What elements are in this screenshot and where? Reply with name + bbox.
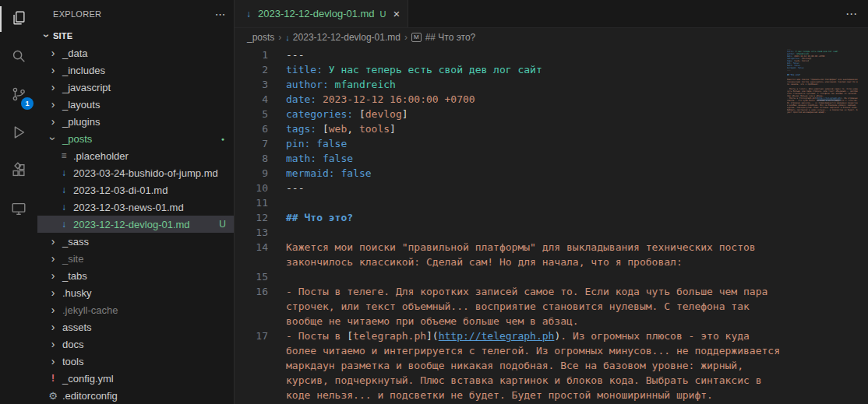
editor-area: ↓ 2023-12-12-devlog-01.md U × ⋯ _posts›↓… (235, 0, 868, 404)
vscode-window: 1 EXPLORER ⋯ › SITE ›_data›_includes›_ja… (0, 0, 868, 404)
file-tree: ›_data›_includes›_javascript›_layouts›_p… (37, 44, 234, 404)
tree-item-label: _javascript (62, 82, 111, 93)
code-line-1[interactable]: 1--- (235, 47, 782, 62)
code-line-2[interactable]: 2title: У нас теперь есть свой дев лог с… (235, 62, 782, 77)
code-line-5[interactable]: 5categories: [devlog] (235, 107, 782, 121)
tree-item-label: .jekyll-cache (62, 304, 118, 316)
tree-file-2023-12-03-di-01.md[interactable]: ↓2023-12-03-di-01.md (37, 181, 234, 198)
line-number: 10 (235, 181, 268, 195)
line-text: - Посты в телеге. Для коротких записей с… (286, 284, 782, 328)
activity-item-source-control[interactable]: 1 (0, 76, 37, 114)
code-line-3[interactable]: 3author: mfandreich (235, 77, 782, 92)
tree-file-2023-12-12-devlog-01.md[interactable]: ↓2023-12-12-devlog-01.mdU (37, 216, 234, 233)
line-number: 9 (235, 166, 268, 181)
tree-folder-_includes[interactable]: ›_includes (37, 61, 234, 79)
line-number: 11 (235, 195, 268, 210)
sidebar-title: EXPLORER (53, 9, 101, 19)
chevron-right-icon: › (47, 235, 59, 248)
tree-folder-.jekyll-cache[interactable]: ›.jekyll-cache (37, 301, 234, 318)
line-number: 1 (235, 47, 268, 62)
chevron-right-icon: › (47, 81, 59, 93)
tree-item-label: _plugins (62, 116, 100, 128)
tree-item-label: 2023-12-12-devlog-01.md (73, 219, 190, 230)
tree-folder-tools[interactable]: ›tools (37, 353, 234, 370)
tree-item-label: _tabs (62, 270, 87, 282)
code-line-8[interactable]: 8math: false (235, 151, 782, 166)
activity-item-explorer[interactable] (0, 0, 37, 38)
markdown-symbol-icon: M (411, 33, 422, 42)
tree-folder-.husky[interactable]: ›.husky (37, 284, 234, 301)
line-text: pin: false (286, 136, 782, 151)
tree-folder-assets[interactable]: ›assets (37, 318, 234, 335)
breadcrumb-item[interactable]: _posts (247, 32, 274, 43)
chevron-right-icon: › (47, 286, 59, 299)
tree-file-.placeholder[interactable]: ≡.placeholder (37, 147, 234, 164)
file-file-icon: ≡ (58, 150, 70, 161)
code-line-15[interactable]: 15 (235, 269, 782, 284)
code-line-11[interactable]: 11 (235, 195, 782, 210)
chevron-right-icon: › (47, 338, 59, 350)
code-line-7[interactable]: 7pin: false (235, 136, 782, 151)
git-changes-dot-icon: ● (221, 136, 234, 142)
tree-item-label: _site (62, 253, 83, 265)
tree-folder-_data[interactable]: ›_data (37, 44, 234, 61)
breadcrumb-separator-icon: › (278, 32, 281, 43)
code-line-16[interactable]: 16- Посты в телеге. Для коротких записей… (235, 284, 782, 328)
breadcrumb-item[interactable]: M## Что это? (411, 32, 475, 43)
line-number: 7 (235, 136, 268, 151)
line-number: 15 (235, 269, 268, 284)
editor-more-actions-icon[interactable]: ⋯ (834, 0, 868, 27)
breadcrumb-separator-icon: › (404, 32, 408, 43)
close-icon[interactable]: × (393, 7, 400, 20)
tree-folder-_plugins[interactable]: ›_plugins (37, 113, 234, 130)
tree-folder-_javascript[interactable]: ›_javascript (37, 79, 234, 96)
line-number: 13 (235, 225, 268, 240)
breadcrumb-item[interactable]: ↓2023-12-12-devlog-01.md (285, 32, 400, 43)
chevron-right-icon: › (47, 304, 59, 316)
tab-label: 2023-12-12-devlog-01.md (258, 8, 375, 19)
tree-item-label: 2023-12-03-di-01.md (73, 184, 168, 196)
code-line-14[interactable]: 14Кажется мои поиски "правильной платфор… (235, 240, 782, 269)
tree-folder-_posts[interactable]: ›_posts● (37, 130, 234, 147)
explorer-more-actions-icon[interactable]: ⋯ (215, 8, 226, 20)
tree-folder-_layouts[interactable]: ›_layouts (37, 96, 234, 113)
code-line-9[interactable]: 9mermaid: false (235, 166, 782, 181)
breadcrumb: _posts›↓2023-12-12-devlog-01.md›M## Что … (235, 28, 868, 47)
line-text (286, 195, 782, 210)
tree-folder-_tabs[interactable]: ›_tabs (37, 267, 234, 284)
code-line-10[interactable]: 10--- (235, 181, 782, 195)
code-line-6[interactable]: 6tags: [web, tools] (235, 121, 782, 136)
activity-item-remote[interactable] (0, 191, 37, 229)
activity-item-extensions[interactable] (0, 153, 37, 191)
minimap-content: ---title: У нас теперь есть свой дев лог… (787, 48, 860, 114)
tree-item-label: .editorconfig (62, 390, 118, 402)
line-text (286, 225, 782, 240)
tree-item-label: _sass (62, 236, 89, 248)
minimap[interactable]: ---title: У нас теперь есть свой дев лог… (787, 48, 860, 235)
editorconfig-file-icon: ⚙ (47, 390, 59, 402)
breadcrumb-label: _posts (247, 32, 274, 43)
code-line-17[interactable]: 17- Посты в [telegraph.ph](http://telegr… (235, 328, 782, 402)
tree-item-label: .placeholder (73, 150, 129, 162)
activity-item-search[interactable] (0, 38, 37, 76)
tree-file-2023-03-24-bushido-of-jump.md[interactable]: ↓2023-03-24-bushido-of-jump.md (37, 164, 234, 181)
tab-devlog-file[interactable]: ↓ 2023-12-12-devlog-01.md U × (235, 0, 408, 27)
section-site[interactable]: › SITE (37, 27, 234, 44)
tree-file-2023-12-03-news-01.md[interactable]: ↓2023-12-03-news-01.md (37, 198, 234, 216)
activity-item-run-debug[interactable] (0, 114, 37, 153)
code-line-12[interactable]: 12## Что это? (235, 210, 782, 225)
tree-file-_config.yml[interactable]: !_config.yml (37, 370, 234, 387)
line-number: 5 (235, 107, 268, 121)
tree-folder-docs[interactable]: ›docs (37, 335, 234, 353)
code-line-4[interactable]: 4date: 2023-12-12 16:00:00 +0700 (235, 92, 782, 107)
tree-item-label: _layouts (62, 99, 100, 111)
tree-item-label: _data (62, 47, 88, 59)
tree-file-.editorconfig[interactable]: ⚙.editorconfig (37, 387, 234, 404)
chevron-right-icon: › (47, 252, 59, 265)
markdown-file-icon: ↓ (58, 202, 70, 213)
tree-folder-_site[interactable]: ›_site (37, 250, 234, 267)
code-line-13[interactable]: 13 (235, 225, 782, 240)
markdown-file-icon: ↓ (285, 33, 290, 42)
git-status-badge: U (380, 9, 386, 19)
tree-folder-_sass[interactable]: ›_sass (37, 233, 234, 250)
